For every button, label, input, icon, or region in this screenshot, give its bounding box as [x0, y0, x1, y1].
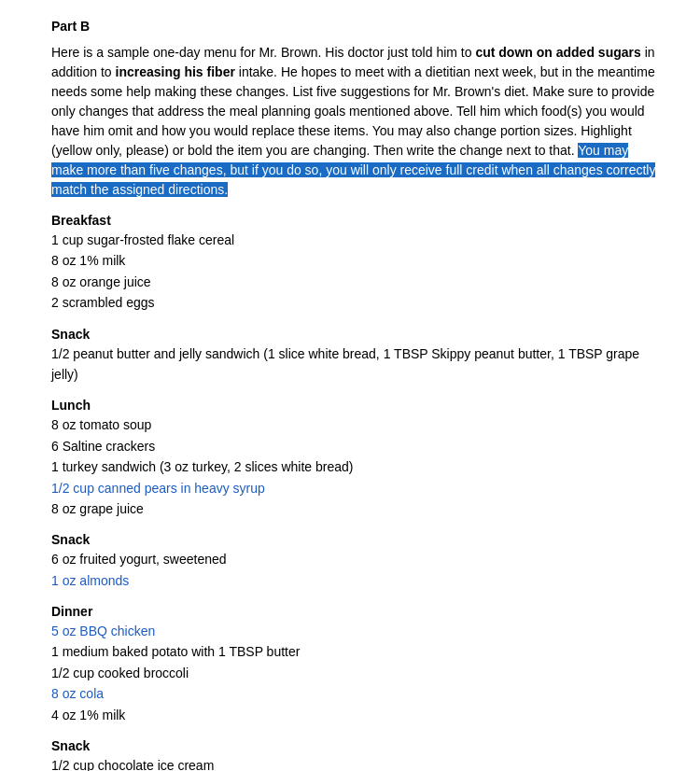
meal-title-4: Dinner — [51, 604, 663, 619]
meal-section-5: Snack1/2 cup chocolate ice cream — [51, 738, 663, 771]
meal-section-2: Lunch8 oz tomato soup6 Saltine crackers1… — [51, 398, 663, 519]
meal-item-0-0: 1 cup sugar-frosted flake cereal — [51, 230, 663, 250]
meal-title-5: Snack — [51, 738, 663, 753]
meal-item-2-4: 8 oz grape juice — [51, 498, 663, 519]
meal-item-1-0: 1/2 peanut butter and jelly sandwich (1 … — [51, 343, 663, 386]
meal-item-2-2: 1 turkey sandwich (3 oz turkey, 2 slices… — [51, 456, 663, 477]
intro-paragraph: Here is a sample one-day menu for Mr. Br… — [51, 43, 663, 200]
meal-item-5-0: 1/2 cup chocolate ice cream — [51, 755, 663, 771]
meal-item-2-0: 8 oz tomato soup — [51, 414, 663, 435]
meal-section-4: Dinner5 oz BBQ chicken1 medium baked pot… — [51, 604, 663, 725]
meal-item-3-0: 6 oz fruited yogurt, sweetened — [51, 549, 663, 569]
intro-bold2: increasing his fiber — [116, 64, 235, 79]
meal-title-3: Snack — [51, 532, 663, 547]
meal-title-0: Breakfast — [51, 213, 663, 228]
meal-item-2-1: 6 Saltine crackers — [51, 436, 663, 456]
meal-item-3-1: 1 oz almonds — [51, 570, 663, 591]
meal-item-2-3: 1/2 cup canned pears in heavy syrup — [51, 478, 663, 498]
meal-section-1: Snack1/2 peanut butter and jelly sandwic… — [51, 327, 663, 386]
meal-item-4-4: 4 oz 1% milk — [51, 705, 663, 725]
meal-item-4-2: 1/2 cup cooked broccoli — [51, 663, 663, 683]
intro-text-before-bold1: Here is a sample one-day menu for Mr. Br… — [51, 45, 475, 60]
meal-section-0: Breakfast1 cup sugar-frosted flake cerea… — [51, 213, 663, 314]
meals-container: Breakfast1 cup sugar-frosted flake cerea… — [51, 213, 663, 771]
meal-item-0-3: 2 scrambled eggs — [51, 292, 663, 313]
meal-section-3: Snack6 oz fruited yogurt, sweetened1 oz … — [51, 532, 663, 591]
meal-item-4-1: 1 medium baked potato with 1 TBSP butter — [51, 641, 663, 662]
meal-title-2: Lunch — [51, 398, 663, 413]
part-b-section: Part B Here is a sample one-day menu for… — [51, 19, 663, 771]
section-title: Part B — [51, 19, 663, 34]
meal-title-1: Snack — [51, 327, 663, 342]
intro-bold1: cut down on added sugars — [475, 45, 640, 60]
meal-item-0-1: 8 oz 1% milk — [51, 250, 663, 271]
meal-item-4-3: 8 oz cola — [51, 683, 663, 704]
meal-item-0-2: 8 oz orange juice — [51, 272, 663, 292]
meal-item-4-0: 5 oz BBQ chicken — [51, 621, 663, 641]
